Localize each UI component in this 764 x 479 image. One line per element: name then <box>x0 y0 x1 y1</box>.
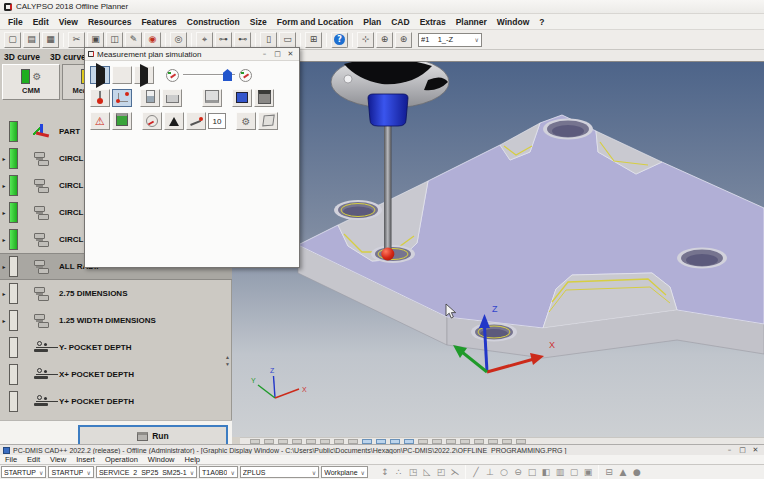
cylinder-icon[interactable]: ⊟ <box>602 466 616 479</box>
search-icon[interactable]: ◎ <box>170 32 187 48</box>
menu-item[interactable]: View <box>54 15 83 29</box>
menu-item[interactable]: Insert <box>71 455 100 464</box>
status-dropdown[interactable]: STARTUP ∨ <box>1 466 46 478</box>
report-icon[interactable]: ▭ <box>279 32 296 48</box>
speed-gauge-button[interactable] <box>142 112 162 130</box>
clearance-icon[interactable]: ⊷ <box>234 32 251 48</box>
expand-arrow-icon[interactable] <box>0 155 8 162</box>
polygon-icon[interactable]: ▣ <box>581 466 595 479</box>
machine-b-icon[interactable]: ◰ <box>434 466 448 479</box>
maximize-button[interactable]: □ <box>271 49 284 59</box>
probe-selector-dropdown[interactable]: #1 1_-Z ∨ <box>418 33 482 47</box>
minimize-button[interactable]: – <box>258 49 271 59</box>
mode-tab[interactable]: ⚙ CMM <box>2 64 60 100</box>
probe-run-button[interactable] <box>90 89 110 107</box>
menu-item[interactable]: CAD <box>386 15 414 29</box>
slot-icon[interactable]: ▥ <box>553 466 567 479</box>
speed-slider[interactable] <box>183 68 235 82</box>
step-to-end-button[interactable] <box>134 66 154 84</box>
open-icon[interactable]: ▤ <box>23 32 40 48</box>
round-slot-icon[interactable]: ▢ <box>567 466 581 479</box>
menu-item[interactable]: Construction <box>182 15 245 29</box>
plan-item-row[interactable]: Y+ POCKET DEPTH <box>0 388 232 415</box>
menu-item[interactable]: ? <box>534 15 549 29</box>
path-points-button[interactable] <box>186 112 206 130</box>
maximize-button[interactable]: □ <box>736 445 749 455</box>
simulation-titlebar[interactable]: Measurement plan simulation – □ ✕ <box>85 48 299 61</box>
machine-sim-button[interactable] <box>254 89 274 107</box>
copy-icon[interactable]: ▣ <box>87 32 104 48</box>
menu-item[interactable]: Size <box>245 15 272 29</box>
container-button[interactable] <box>162 89 182 107</box>
close-button[interactable]: ✕ <box>284 49 297 59</box>
stylus-rack-button[interactable] <box>140 89 160 107</box>
settings-button[interactable]: ⚙ <box>236 112 256 130</box>
collision-warning-button[interactable]: ⚠ <box>90 112 110 130</box>
cmm-machine-button[interactable] <box>202 89 222 107</box>
plan-item-row[interactable]: 2.75 DIMENSIONS <box>0 280 232 307</box>
cone-icon[interactable]: ▲ <box>616 466 630 479</box>
scroll-up-icon[interactable]: ▲ <box>225 355 230 360</box>
cut-icon[interactable]: ✂ <box>68 32 85 48</box>
speed-value-field[interactable]: 10 <box>208 113 226 129</box>
circle-icon[interactable]: ○ <box>497 466 511 479</box>
menu-item[interactable]: Edit <box>28 15 54 29</box>
expand-arrow-icon[interactable] <box>0 290 8 297</box>
delete-icon[interactable]: ▯ <box>260 32 277 48</box>
notch-icon[interactable]: ◧ <box>539 466 553 479</box>
minimize-button[interactable]: – <box>723 445 736 455</box>
status-dropdown[interactable]: STARTUP ∨ <box>48 466 93 478</box>
curve-tab[interactable]: 3D curve <box>50 51 86 63</box>
menu-item[interactable]: View <box>45 455 71 464</box>
viewport-canvas[interactable]: Z X Z Y X <box>232 62 764 437</box>
menu-item[interactable]: Plan <box>358 15 386 29</box>
probe-position-icon[interactable]: ⊹ <box>357 32 374 48</box>
machine-check-button[interactable] <box>112 112 132 130</box>
menu-item[interactable]: Form and Location <box>272 15 359 29</box>
format-brush-icon[interactable]: ✎ <box>125 32 142 48</box>
slider-handle[interactable] <box>223 69 232 81</box>
paste-icon[interactable]: ◫ <box>106 32 123 48</box>
help-icon[interactable]: ? <box>331 32 348 48</box>
status-dropdown[interactable]: T1A0B0 ∨ <box>199 466 238 478</box>
expand-arrow-icon[interactable] <box>0 182 8 189</box>
expand-arrow-icon[interactable] <box>0 263 8 270</box>
status-dropdown[interactable]: SERVICE_2_SP25_SM25-1 ∨ <box>96 466 197 478</box>
sphere-icon[interactable]: ● <box>630 466 644 479</box>
probe-path-button[interactable] <box>112 89 132 107</box>
ellipse-icon[interactable]: ⊖ <box>511 466 525 479</box>
scroll-down-icon[interactable]: ▼ <box>225 362 230 367</box>
probe-tree-icon[interactable]: ⊛ <box>395 32 412 48</box>
cad-model-button[interactable] <box>258 112 278 130</box>
stylus-icon[interactable]: ⌖ <box>196 32 213 48</box>
probe-angle-icon[interactable]: ⊕ <box>376 32 393 48</box>
expand-arrow-icon[interactable] <box>0 236 8 243</box>
menu-item[interactable]: Extras <box>415 15 451 29</box>
perpendicular-icon[interactable]: ⊥ <box>483 466 497 479</box>
plan-item-row[interactable]: 1.25 WIDTH DIMENSIONS <box>0 307 232 334</box>
pcdmis-titlebar[interactable]: PC-DMIS CAD++ 2022.2 (release) - Offline… <box>0 444 764 455</box>
stylus-change-icon[interactable]: ⊶ <box>215 32 232 48</box>
probe-comp-icon[interactable]: ◺ <box>420 466 434 479</box>
menu-item[interactable]: Window <box>143 455 180 464</box>
menu-item[interactable]: Resources <box>83 15 136 29</box>
velocity-button[interactable] <box>164 112 184 130</box>
plan-item-row[interactable]: X+ POCKET DEPTH <box>0 361 232 388</box>
menu-item[interactable]: Edit <box>22 455 45 464</box>
machine-a-icon[interactable]: ◳ <box>406 466 420 479</box>
printer-icon[interactable]: ⊞ <box>305 32 322 48</box>
pause-button[interactable] <box>112 66 132 84</box>
menu-item[interactable]: Operation <box>100 455 143 464</box>
square-icon[interactable]: □ <box>525 466 539 479</box>
recalculate-icon[interactable]: ◉ <box>144 32 161 48</box>
menu-item[interactable]: File <box>3 15 28 29</box>
status-dropdown[interactable]: ZPLUS ∨ <box>240 466 319 478</box>
curve-tab[interactable]: 3D curve <box>4 51 40 63</box>
menu-item[interactable]: Features <box>136 15 181 29</box>
save-icon[interactable]: ▦ <box>42 32 59 48</box>
line-icon[interactable]: ╱ <box>469 466 483 479</box>
plan-list-scrollbar[interactable]: ▲ ▼ <box>225 355 230 367</box>
menu-item[interactable]: Help <box>180 455 205 464</box>
close-button[interactable]: ✕ <box>749 445 762 455</box>
menu-item[interactable]: Window <box>492 15 535 29</box>
